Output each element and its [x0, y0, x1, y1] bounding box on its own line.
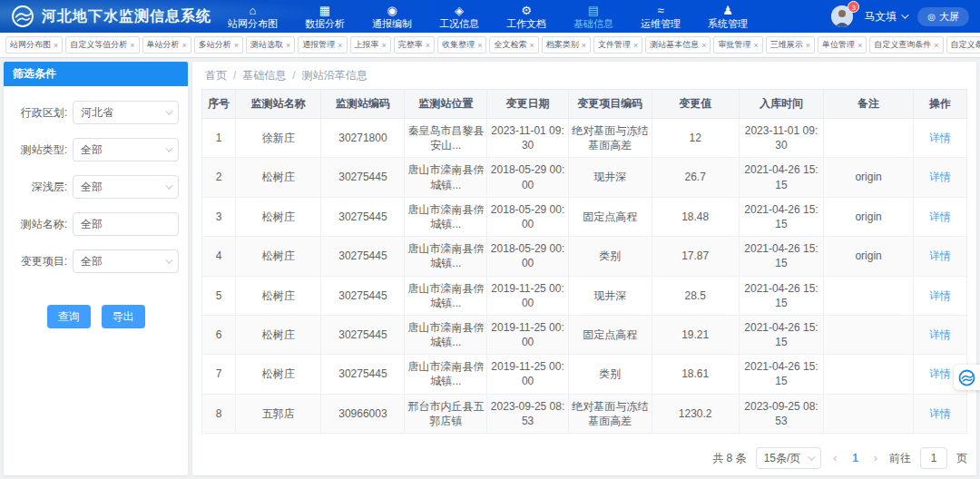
nav-item-2[interactable]: ◉通报编制: [372, 5, 412, 29]
tab-6[interactable]: 上报率×: [350, 36, 391, 54]
nav-item-4[interactable]: ⚙工作文档: [506, 5, 546, 29]
tab-label: 自定义等值分析: [70, 39, 127, 51]
close-icon[interactable]: ×: [382, 41, 387, 50]
close-icon[interactable]: ×: [529, 41, 534, 50]
close-icon[interactable]: ×: [633, 41, 638, 50]
user-admin-icon: ♟: [722, 5, 733, 17]
table-cell: 6: [202, 315, 236, 354]
table-cell: 绝对基面与冻结基面高差: [568, 119, 652, 158]
close-icon[interactable]: ×: [286, 41, 290, 50]
close-icon[interactable]: ×: [477, 41, 482, 50]
close-icon[interactable]: ×: [130, 41, 134, 50]
tab-13[interactable]: 审批管理×: [713, 36, 762, 54]
cube-icon: ▦: [319, 5, 330, 17]
shield-search-icon: ◈: [455, 5, 464, 17]
operation-cell: 详情: [913, 237, 966, 276]
breadcrumb-separator: /: [292, 69, 295, 82]
nav-item-label: 基础信息: [573, 19, 613, 29]
user-menu[interactable]: 马文填: [864, 9, 906, 24]
detail-link[interactable]: 详情: [929, 132, 951, 144]
current-page[interactable]: 1: [848, 452, 862, 464]
select-field-0[interactable]: 河北省: [73, 101, 179, 124]
tab-7[interactable]: 完整率×: [394, 36, 435, 54]
table-cell: 28.5: [652, 276, 739, 315]
select-field-4[interactable]: 全部: [73, 249, 179, 273]
tab-10[interactable]: 档案类别×: [542, 36, 591, 54]
detail-link[interactable]: 详情: [929, 367, 951, 380]
table-cell: 4: [202, 237, 236, 276]
nav-item-3[interactable]: ◈工况信息: [439, 5, 479, 29]
nav-item-6[interactable]: ≈运维管理: [641, 5, 681, 29]
column-header: 操作: [913, 90, 966, 119]
big-screen-button[interactable]: ◎ 大屏: [917, 7, 969, 26]
close-icon[interactable]: ×: [426, 41, 430, 50]
tab-label: 测站基本信息: [650, 39, 699, 51]
floating-logo-button[interactable]: [954, 365, 980, 390]
nav-item-7[interactable]: ♟系统管理: [708, 5, 748, 29]
operation-cell: 详情: [913, 315, 966, 354]
close-icon[interactable]: ×: [582, 41, 586, 50]
table-cell: [824, 394, 914, 433]
tab-1[interactable]: 自定义等值分析×: [65, 36, 139, 54]
tab-15[interactable]: 单位管理×: [818, 36, 867, 54]
close-icon[interactable]: ×: [753, 41, 758, 50]
tab-9[interactable]: 全文检索×: [489, 36, 538, 54]
table-cell: 五郭店: [236, 394, 321, 433]
prev-page-button[interactable]: ‹: [830, 452, 839, 464]
close-icon[interactable]: ×: [701, 41, 706, 50]
detail-link[interactable]: 详情: [929, 328, 951, 341]
detail-link[interactable]: 详情: [929, 171, 951, 183]
tab-8[interactable]: 收集整理×: [437, 36, 486, 54]
close-icon[interactable]: ×: [338, 41, 342, 50]
notification-badge[interactable]: 3: [848, 1, 859, 13]
select-field-2[interactable]: 全部: [73, 175, 179, 199]
select-field-1[interactable]: 全部: [73, 138, 179, 161]
detail-link[interactable]: 详情: [929, 249, 951, 262]
table-cell: 2: [202, 158, 236, 197]
nav-item-0[interactable]: ⌂站网分布图: [228, 5, 278, 29]
tab-0[interactable]: 站网分布图×: [5, 36, 63, 54]
export-button[interactable]: 导出: [102, 305, 145, 328]
nav-item-5[interactable]: ▤基础信息: [573, 5, 613, 29]
tab-12[interactable]: 测站基本信息×: [645, 36, 710, 54]
input-field-3[interactable]: 全部: [73, 212, 179, 236]
breadcrumb-item-1[interactable]: 基础信息: [242, 68, 286, 83]
table-row-4: 4松树庄30275445唐山市滦南县倴城镇...2018-05-29 00:00…: [202, 237, 967, 276]
tab-14[interactable]: 三维展示×: [766, 36, 815, 54]
tab-5[interactable]: 通报管理×: [298, 36, 347, 54]
detail-link[interactable]: 详情: [929, 407, 951, 420]
nav-item-1[interactable]: ▦数据分析: [305, 5, 345, 29]
close-icon[interactable]: ×: [858, 41, 862, 50]
close-icon[interactable]: ×: [934, 41, 938, 50]
close-icon[interactable]: ×: [806, 41, 810, 50]
tab-16[interactable]: 自定义查询条件×: [869, 36, 943, 54]
app-header: 河北地下水监测信息系统 ⌂站网分布图▦数据分析◉通报编制◈工况信息⚙工作文档▤基…: [0, 0, 980, 33]
next-page-button[interactable]: ›: [871, 452, 880, 464]
tab-4[interactable]: 测站选取×: [246, 36, 295, 54]
breadcrumb-item-0[interactable]: 首页: [205, 68, 227, 83]
close-icon[interactable]: ×: [182, 41, 187, 50]
goto-page-input[interactable]: [920, 447, 947, 469]
detail-link[interactable]: 详情: [929, 210, 951, 223]
close-icon[interactable]: ×: [234, 41, 239, 50]
table-cell: 2021-04-26 15:15: [739, 355, 824, 394]
query-button[interactable]: 查询: [47, 305, 91, 328]
tab-label: 三维展示: [770, 39, 803, 51]
chevron-down-icon: [808, 453, 815, 460]
page-size-select[interactable]: 15条/页: [756, 447, 822, 469]
close-icon[interactable]: ×: [54, 41, 58, 50]
table-cell: 类别: [568, 355, 652, 394]
nav-item-label: 数据分析: [305, 19, 345, 29]
tab-3[interactable]: 多站分析×: [194, 36, 243, 54]
tab-11[interactable]: 文件管理×: [593, 36, 642, 54]
table-cell: 唐山市滦南县倴城镇...: [405, 197, 487, 236]
page: 河北地下水监测信息系统 ⌂站网分布图▦数据分析◉通报编制◈工况信息⚙工作文档▤基…: [0, 0, 980, 479]
column-header: 备注: [824, 90, 914, 119]
detail-link[interactable]: 详情: [929, 289, 951, 302]
table-header-row: 序号监测站名称监测站编码监测站位置变更日期变更项目编码变更值入库时间备注操作: [202, 90, 967, 119]
user-avatar[interactable]: 3: [831, 5, 853, 27]
total-count: 共 8 条: [712, 451, 746, 466]
tab-17[interactable]: 自定义条件关联×: [946, 36, 980, 54]
chevron-down-icon: [901, 11, 908, 18]
tab-2[interactable]: 单站分析×: [142, 36, 191, 54]
